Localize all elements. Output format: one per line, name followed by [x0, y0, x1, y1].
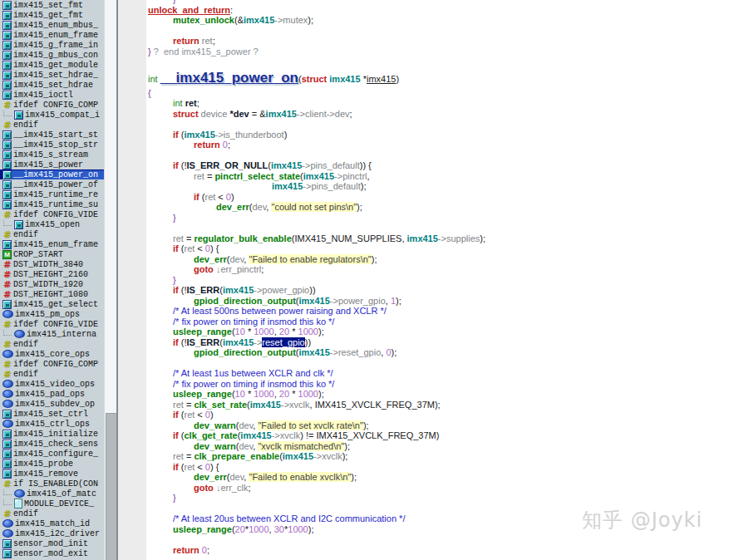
- sidebar-item[interactable]: imx415_compat_i: [0, 110, 104, 120]
- code-line[interactable]: unlock_and_return:: [146, 5, 734, 16]
- sidebar-item[interactable]: imx415_enum_mbus_: [0, 20, 104, 30]
- sidebar-item[interactable]: imx415_get_fmt: [0, 10, 104, 20]
- sidebar-item[interactable]: imx415_configure_: [0, 449, 104, 459]
- sidebar-item[interactable]: imx415_video_ops: [0, 379, 104, 389]
- sidebar-item[interactable]: imx415_match_id: [0, 518, 104, 528]
- code-line[interactable]: goto ↓err_pinctrl;: [146, 264, 734, 275]
- code-line[interactable]: usleep_range(10 * 1000, 20 * 1000);: [146, 327, 734, 337]
- code-line[interactable]: }: [146, 275, 734, 286]
- code-line[interactable]: dev_warn(dev, "xvclk mismatched\n");: [146, 441, 734, 452]
- sidebar-item[interactable]: imx415_set_fmt: [0, 0, 104, 10]
- code-line[interactable]: } ? end imx415_s_power ?: [146, 47, 734, 57]
- code-editor[interactable]: }unlock_and_return:mutex_unlock(&imx415-…: [146, 0, 734, 560]
- sidebar-item[interactable]: #endif: [0, 120, 104, 130]
- code-line[interactable]: ret = clk_prepare_enable(imx415->xvclk);: [146, 451, 734, 462]
- sidebar-item[interactable]: sensor_mod_exit: [0, 548, 104, 558]
- sidebar-item[interactable]: imx415_i2c_driver: [0, 528, 104, 538]
- code-line[interactable]: if (!IS_ERR_OR_NULL(imx415->pins_default…: [146, 160, 734, 171]
- code-line[interactable]: return 0;: [146, 545, 734, 556]
- code-line[interactable]: }: [146, 213, 734, 224]
- sidebar-item[interactable]: __imx415_start_st: [0, 130, 104, 140]
- code-line[interactable]: return 0;: [146, 140, 734, 150]
- sidebar-item[interactable]: #ifdef CONFIG_COMP: [0, 100, 104, 110]
- sidebar-item[interactable]: #DST_WIDTH_1920: [0, 279, 104, 289]
- code-line[interactable]: usleep_range(10 * 1000, 20 * 1000);: [146, 389, 734, 400]
- code-line[interactable]: if (ret < 0): [146, 410, 734, 420]
- code-line[interactable]: ret = clk_set_rate(imx415->xvclk, IMX415…: [146, 400, 734, 410]
- sidebar-item[interactable]: #endif: [0, 339, 104, 349]
- code-line[interactable]: goto ↓err_clk;: [146, 483, 734, 494]
- sidebar-item[interactable]: MCROP_START: [0, 249, 104, 259]
- sidebar-item[interactable]: imx415_check_sens: [0, 439, 104, 449]
- sidebar-item[interactable]: imx415_core_ops: [0, 349, 104, 359]
- sidebar-item[interactable]: imx415_ctrl_ops: [0, 419, 104, 429]
- sidebar-item[interactable]: imx415_set_ctrl: [0, 409, 104, 419]
- sidebar-item[interactable]: imx415_pad_ops: [0, 389, 104, 399]
- sidebar-item[interactable]: imx415_get_select: [0, 299, 104, 309]
- code-line[interactable]: if (ret < 0) {: [146, 243, 734, 254]
- sidebar-item[interactable]: #endif: [0, 369, 104, 379]
- code-line[interactable]: if (ret < 0): [146, 192, 734, 203]
- sidebar-item[interactable]: __imx415_power_of: [0, 179, 104, 189]
- code-line[interactable]: dev_err(dev, "Failed to enable xvclk\n")…: [146, 472, 734, 483]
- code-line[interactable]: [146, 56, 734, 67]
- sidebar-item[interactable]: imx415_runtime_su: [0, 199, 104, 209]
- sidebar-item[interactable]: imx415_enum_frame: [0, 30, 104, 40]
- sidebar-item[interactable]: imx415_get_module: [0, 60, 104, 70]
- sidebar-item[interactable]: #endif: [0, 229, 104, 239]
- sidebar-item[interactable]: #DST_HEIGHT_1080: [0, 289, 104, 299]
- code-line[interactable]: int ret;: [146, 98, 734, 109]
- code-line[interactable]: gpiod_direction_output(imx415->power_gpi…: [146, 296, 734, 307]
- sidebar-item[interactable]: #ifdef CONFIG_VIDE: [0, 319, 104, 329]
- sidebar-item[interactable]: #DST_WIDTH_3840: [0, 259, 104, 269]
- code-line[interactable]: /* At least 500ns between power raising …: [146, 306, 734, 317]
- code-line[interactable]: imx415->pins_default);: [146, 181, 734, 192]
- sidebar-item[interactable]: MODULE_DEVICE_: [0, 499, 104, 508]
- sidebar-item[interactable]: imx415_enum_frame: [0, 239, 104, 249]
- sidebar-item[interactable]: imx415_ioctl: [0, 90, 104, 100]
- sidebar-item[interactable]: #if IS_ENABLED(CON: [0, 479, 104, 489]
- sidebar-item[interactable]: imx415_initialize: [0, 429, 104, 439]
- sidebar-scrollbar-thumb[interactable]: [106, 413, 117, 560]
- code-line[interactable]: [146, 534, 734, 545]
- sidebar-item[interactable]: imx415_probe: [0, 459, 104, 469]
- code-line[interactable]: if (!IS_ERR(imx415->reset_gpio)): [146, 337, 734, 348]
- code-line[interactable]: if (imx415->is_thunderboot): [146, 130, 734, 140]
- code-line[interactable]: [146, 150, 734, 161]
- code-line[interactable]: ret = regulator_bulk_enable(IMX415_NUM_S…: [146, 233, 734, 244]
- sidebar-item[interactable]: __imx415_stop_str: [0, 140, 104, 150]
- code-line[interactable]: struct device *dev = &imx415->client->de…: [146, 109, 734, 120]
- code-line[interactable]: {: [146, 88, 734, 99]
- code-line[interactable]: }: [146, 493, 734, 504]
- code-line[interactable]: [146, 223, 734, 233]
- code-line[interactable]: [146, 26, 734, 37]
- code-line[interactable]: dev_err(dev, "could not set pins\n");: [146, 202, 734, 213]
- code-line[interactable]: if (!IS_ERR(imx415->power_gpio)): [146, 285, 734, 296]
- sidebar-item[interactable]: __imx415_power_on: [0, 169, 104, 179]
- code-line[interactable]: /* fix power on timing if insmod this ko…: [146, 317, 734, 327]
- code-line[interactable]: return ret;: [146, 36, 734, 47]
- code-line[interactable]: [146, 119, 734, 130]
- code-line[interactable]: [146, 358, 734, 369]
- sidebar-item[interactable]: imx415_interna: [0, 329, 104, 339]
- sidebar-item[interactable]: #ifdef CONFIG_VIDE: [0, 209, 104, 219]
- code-line[interactable]: /* fix power on timing if insmod this ko…: [146, 379, 734, 390]
- code-line[interactable]: mutex_unlock(&imx415->mutex);: [146, 15, 734, 26]
- code-line[interactable]: if (clk_get_rate(imx415->xvclk) != IMX41…: [146, 430, 734, 441]
- sidebar-item[interactable]: imx415_remove: [0, 469, 104, 479]
- sidebar-item[interactable]: imx415_s_power: [0, 160, 104, 169]
- sidebar-scrollbar[interactable]: [104, 0, 117, 560]
- sidebar-item[interactable]: #endif: [0, 508, 104, 518]
- sidebar-item[interactable]: #DST_HEIGHT_2160: [0, 269, 104, 279]
- sidebar-item[interactable]: sensor_mod_init: [0, 538, 104, 548]
- code-line[interactable]: dev_warn(dev, "Failed to set xvclk rate\…: [146, 420, 734, 431]
- sidebar-item[interactable]: imx415_subdev_op: [0, 399, 104, 409]
- sidebar-item[interactable]: imx415_set_hdrae_: [0, 70, 104, 80]
- sidebar-item[interactable]: imx415_of_matc: [0, 489, 104, 499]
- code-line[interactable]: /* At least 1us between XCLR and clk */: [146, 368, 734, 379]
- sidebar-item[interactable]: imx415_pm_ops: [0, 309, 104, 319]
- sidebar-item[interactable]: imx415_set_hdrae: [0, 80, 104, 90]
- sidebar-item[interactable]: imx415_runtime_re: [0, 189, 104, 199]
- sidebar-item[interactable]: imx415_g_frame_in: [0, 40, 104, 50]
- sidebar-item[interactable]: imx415_g_mbus_con: [0, 50, 104, 60]
